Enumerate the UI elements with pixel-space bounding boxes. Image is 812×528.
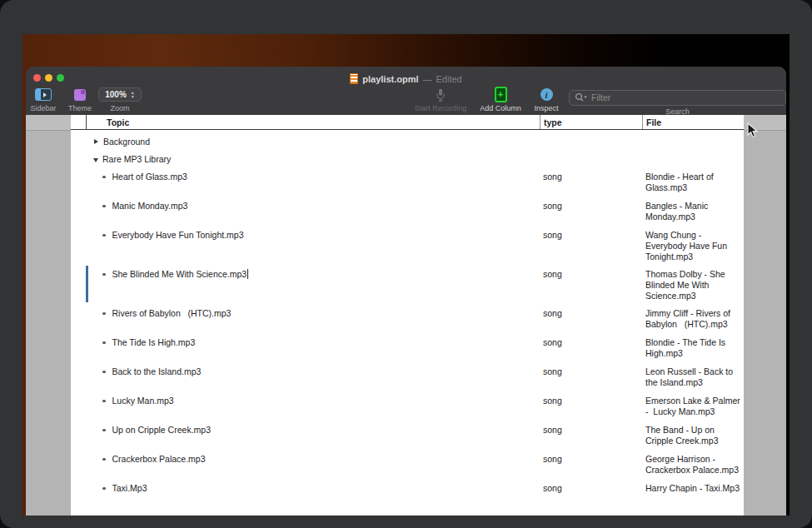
file-cell[interactable]: Jimmy Cliff - Rivers of Babylon (HTC).mp… xyxy=(642,304,744,333)
topic-text: The Tide Is High.mp3 xyxy=(112,337,196,347)
type-cell[interactable]: song xyxy=(540,304,642,333)
table-row[interactable]: Lucky Man.mp3songEmerson Lake & Palmer -… xyxy=(71,391,744,421)
type-cell[interactable] xyxy=(540,132,642,150)
outline-paper: Topic type File BackgroundRare MP3 Libra… xyxy=(71,115,744,516)
table-row[interactable]: Taxi.Mp3songHarry Chapin - Taxi.Mp3 xyxy=(71,479,744,508)
close-window-button[interactable] xyxy=(33,74,41,82)
left-page-margin xyxy=(26,115,71,516)
sidebar-button[interactable]: Sidebar xyxy=(26,87,61,112)
column-header-file[interactable]: File xyxy=(642,115,744,129)
type-cell[interactable]: song xyxy=(540,333,642,362)
add-column-button[interactable]: + Add Column xyxy=(476,87,526,112)
file-cell[interactable]: Thomas Dolby - She Blinded Me With Scien… xyxy=(642,265,744,304)
table-row[interactable]: Up on Cripple Creek.mp3songThe Band - Up… xyxy=(71,421,744,450)
row-handle-bullet-icon[interactable] xyxy=(102,429,106,432)
type-cell[interactable]: song xyxy=(540,479,642,508)
table-row[interactable]: Manic Monday.mp3songBangles - Manic Mond… xyxy=(71,197,744,226)
file-cell[interactable] xyxy=(642,150,744,167)
topic-cell[interactable]: Back to the Island.mp3 xyxy=(71,362,540,391)
mouse-cursor xyxy=(747,122,758,142)
disclosure-triangle-collapsed-icon[interactable] xyxy=(94,139,98,144)
topic-cell[interactable]: Taxi.Mp3 xyxy=(71,479,540,508)
table-row[interactable]: Back to the Island.mp3songLeon Russell -… xyxy=(71,362,744,391)
sidebar-label: Sidebar xyxy=(30,104,56,112)
topic-cell[interactable]: Background xyxy=(71,132,540,150)
type-cell[interactable]: song xyxy=(540,362,642,391)
type-cell[interactable]: song xyxy=(540,265,642,304)
table-row[interactable]: Rare MP3 Library xyxy=(71,150,744,167)
type-cell[interactable]: song xyxy=(540,450,642,479)
topic-cell[interactable]: Everybody Have Fun Tonight.mp3 xyxy=(71,226,540,265)
add-column-label: Add Column xyxy=(480,104,521,112)
inspect-icon: i xyxy=(541,88,553,101)
row-handle-bullet-icon[interactable] xyxy=(102,341,106,345)
topic-text: Back to the Island.mp3 xyxy=(112,366,202,376)
column-header-topic[interactable]: Topic xyxy=(86,115,540,129)
zoom-window-button[interactable] xyxy=(57,74,64,82)
column-header-type[interactable]: type xyxy=(540,115,642,129)
table-row[interactable]: Crackerbox Palace.mp3songGeorge Harrison… xyxy=(71,450,744,479)
topic-cell[interactable]: Crackerbox Palace.mp3 xyxy=(71,450,540,479)
topic-cell[interactable]: Manic Monday.mp3 xyxy=(71,197,540,226)
outline-rows: BackgroundRare MP3 LibraryHeart of Glass… xyxy=(71,130,744,516)
table-row[interactable]: Everybody Have Fun Tonight.mp3songWang C… xyxy=(71,226,744,265)
add-column-icon: + xyxy=(495,87,507,102)
type-cell[interactable]: song xyxy=(540,421,642,450)
right-page-margin xyxy=(744,115,786,516)
app-window: playlist.opml — Edited Sidebar Theme 10 xyxy=(26,67,786,516)
row-handle-bullet-icon[interactable] xyxy=(102,487,106,491)
start-recording-button: Start Recording xyxy=(402,87,479,112)
start-recording-label: Start Recording xyxy=(415,104,467,112)
topic-cell[interactable]: Heart of Glass.mp3 xyxy=(71,167,540,197)
search-area: Search xyxy=(569,89,786,116)
row-handle-bullet-icon[interactable] xyxy=(102,234,106,237)
topic-cell[interactable]: Up on Cripple Creek.mp3 xyxy=(71,421,540,450)
minimize-window-button[interactable] xyxy=(45,74,52,82)
row-handle-bullet-icon[interactable] xyxy=(102,458,106,461)
inspect-button[interactable]: i Inspect xyxy=(526,87,567,112)
row-handle-bullet-icon[interactable] xyxy=(102,205,106,208)
row-handle-bullet-icon[interactable] xyxy=(102,371,106,374)
file-cell[interactable]: George Harrison - Crackerbox Palace.mp3 xyxy=(642,450,744,479)
topic-text: Background xyxy=(103,137,150,147)
file-cell[interactable]: Harry Chapin - Taxi.Mp3 xyxy=(642,479,744,508)
topic-cell[interactable]: Rivers of Babylon (HTC).mp3 xyxy=(71,304,540,333)
zoom-control[interactable]: 100% ▲▼ Zoom xyxy=(96,87,144,112)
row-handle-bullet-icon[interactable] xyxy=(102,312,106,316)
file-cell[interactable]: Wang Chung - Everybody Have Fun Tonight.… xyxy=(642,226,744,265)
search-input[interactable] xyxy=(569,90,786,106)
table-row[interactable]: Rivers of Babylon (HTC).mp3songJimmy Cli… xyxy=(71,304,744,333)
table-row[interactable]: She Blinded Me With Science.mp3songThoma… xyxy=(71,265,744,304)
topic-cell[interactable]: The Tide Is High.mp3 xyxy=(71,333,540,362)
row-handle-bullet-icon[interactable] xyxy=(102,176,106,179)
type-cell[interactable]: song xyxy=(540,391,642,421)
file-cell[interactable]: The Band - Up on Cripple Creek.mp3 xyxy=(642,421,744,450)
type-cell[interactable] xyxy=(540,150,642,167)
topic-cell[interactable]: Rare MP3 Library xyxy=(71,150,540,167)
stepper-arrows-icon[interactable]: ▲▼ xyxy=(131,91,135,98)
type-cell[interactable]: song xyxy=(540,197,642,226)
file-cell[interactable]: Blondie - Heart of Glass.mp3 xyxy=(642,167,744,197)
row-handle-bullet-icon[interactable] xyxy=(102,273,106,276)
type-cell[interactable]: song xyxy=(540,167,642,197)
table-row[interactable]: Heart of Glass.mp3songBlondie - Heart of… xyxy=(71,167,744,197)
topic-text: Rivers of Babylon (HTC).mp3 xyxy=(112,308,232,318)
table-row[interactable]: The Tide Is High.mp3songBlondie - The Ti… xyxy=(71,333,744,362)
disclosure-triangle-expanded-icon[interactable] xyxy=(93,158,98,162)
topic-text: Lucky Man.mp3 xyxy=(112,396,174,406)
file-cell[interactable]: Leon Russell - Back to the Island.mp3 xyxy=(642,362,744,391)
file-cell[interactable]: Bangles - Manic Monday.mp3 xyxy=(642,197,744,226)
table-row[interactable]: Background xyxy=(71,132,744,150)
file-cell[interactable]: Emerson Lake & Palmer - Lucky Man.mp3 xyxy=(642,391,744,421)
title-separator: — xyxy=(423,74,432,84)
topic-text: She Blinded Me With Science.mp3 xyxy=(112,269,247,279)
type-cell[interactable]: song xyxy=(540,226,642,265)
theme-button[interactable]: Theme xyxy=(62,87,97,112)
topic-cell[interactable]: Lucky Man.mp3 xyxy=(71,391,540,421)
topic-cell[interactable]: She Blinded Me With Science.mp3 xyxy=(71,265,540,304)
topic-text: Heart of Glass.mp3 xyxy=(112,172,187,182)
row-handle-bullet-icon[interactable] xyxy=(102,400,106,403)
zoom-stepper[interactable]: 100% ▲▼ xyxy=(98,87,142,102)
file-cell[interactable]: Blondie - The Tide Is High.mp3 xyxy=(642,333,744,362)
file-cell[interactable] xyxy=(642,132,744,150)
